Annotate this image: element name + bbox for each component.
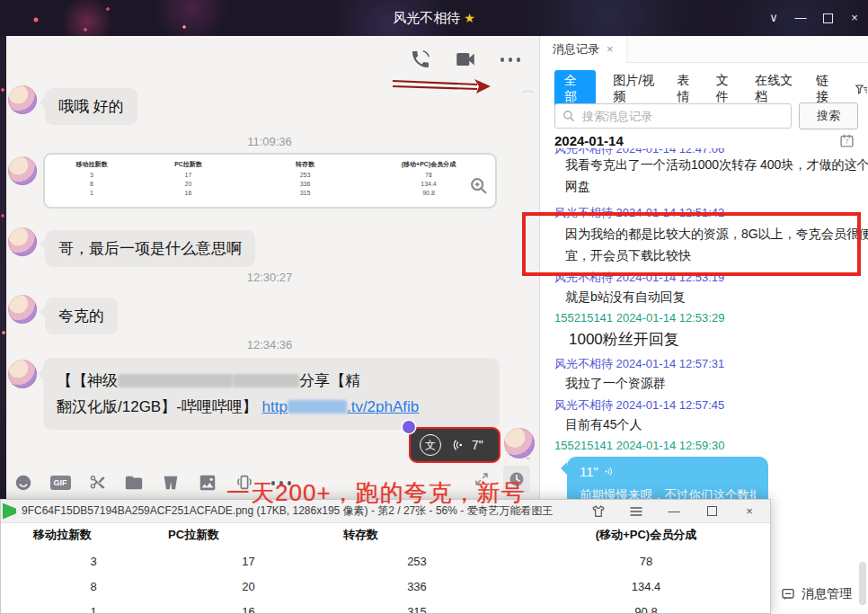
voice-duration: 7" <box>472 438 483 452</box>
redaction-blur <box>233 374 299 387</box>
history-item-header: 风光不相待 2024-01-14 12:57:31 <box>554 356 724 372</box>
maximize-icon <box>707 506 717 516</box>
avatar[interactable] <box>8 156 37 185</box>
message-manager-button[interactable]: 消息管理 <box>781 586 852 602</box>
message-history-button[interactable] <box>503 466 530 493</box>
viewer-title: 9FC64F15DB57194BA259ACF251ACFADE.png (17… <box>22 503 580 519</box>
gif-button[interactable]: GIF <box>48 470 73 495</box>
video-camera-icon <box>454 48 477 71</box>
window-titlebar: 风光不相待 ★ ∨ — × <box>0 0 868 36</box>
toolbar-more-button[interactable] <box>269 470 294 495</box>
folder-icon <box>124 473 144 493</box>
minimize-button[interactable]: — <box>787 0 814 36</box>
toolbar-right <box>469 466 530 493</box>
scissors-icon <box>87 473 107 493</box>
chat-message: 夸克的 <box>45 298 118 334</box>
scrollbar-thumb[interactable] <box>859 562 866 605</box>
phone-icon <box>410 49 431 70</box>
avatar[interactable] <box>8 85 37 114</box>
maximize-button[interactable] <box>814 0 841 36</box>
filter-emoji[interactable]: 表情 <box>677 73 698 105</box>
history-message: 因为我给的都是比较大的资源，8G以上，夸克会员很便 <box>565 227 868 243</box>
chat-input-toolbar: GIF <box>0 466 539 500</box>
viewer-minimize-button[interactable]: — <box>655 501 693 522</box>
history-message: 1000粉丝开回复 <box>569 329 679 350</box>
history-message: 目前有45个人 <box>565 417 642 433</box>
video-call-button[interactable] <box>453 47 478 72</box>
hamburger-menu-icon <box>629 505 643 518</box>
translate-icon[interactable]: 文 <box>420 434 441 456</box>
history-item-header: 风光不相待 2024-01-14 12:51:42 <box>554 205 724 221</box>
viewer-menu-button[interactable] <box>617 501 655 522</box>
message-link[interactable]: http.tv/2phAfib <box>262 398 420 415</box>
history-date-row: 2024-01-14 7 <box>554 133 855 148</box>
more-button[interactable] <box>498 47 523 72</box>
date-label: 2024-01-14 <box>554 133 624 148</box>
calendar-icon[interactable]: 7 <box>839 133 855 148</box>
message-timestamp: 11:09:36 <box>0 135 539 148</box>
history-message: 我拉了一个资源群 <box>565 376 666 392</box>
viewer-app-icon <box>3 503 16 520</box>
close-button[interactable]: × <box>841 0 868 36</box>
viewer-maximize-button[interactable] <box>693 501 731 522</box>
history-item-header: 风光不相待 2024-01-14 12:57:45 <box>554 397 724 414</box>
capture-button[interactable] <box>158 470 183 495</box>
call-toolbar <box>408 47 523 72</box>
viewer-titlebar[interactable]: 9FC64F15DB57194BA259ACF251ACFADE.png (17… <box>1 500 770 523</box>
background-edge <box>0 36 6 499</box>
filter-funnel-icon[interactable] <box>855 82 868 97</box>
history-message: 我看夸克出了一个活动1000次转存 400块，才做的这个 <box>565 157 868 174</box>
chevron-down-icon: ⌄ <box>524 453 532 461</box>
file-button[interactable] <box>121 470 146 495</box>
filter-links[interactable]: 链接 <box>816 73 837 105</box>
smiley-icon <box>13 473 33 493</box>
voice-call-button[interactable] <box>408 47 433 72</box>
history-message: 网盘 <box>565 179 590 195</box>
shake-phone-icon <box>235 473 254 493</box>
voice-duration: 11" <box>580 464 598 479</box>
image-viewer-window: 9FC64F15DB57194BA259ACF251ACFADE.png (17… <box>0 499 771 614</box>
more-icon <box>271 481 275 485</box>
collapse-chevron-icon[interactable]: ︿ <box>523 85 534 96</box>
shirt-icon <box>591 504 606 519</box>
tab-message-history[interactable]: 消息记录 × <box>540 36 627 63</box>
redaction-blur <box>118 374 233 387</box>
voice-message-bubble[interactable]: 文 7" <box>409 427 500 463</box>
message-manager-icon <box>781 587 795 601</box>
send-image-button[interactable] <box>195 470 220 495</box>
skin-button[interactable] <box>580 501 617 522</box>
search-button[interactable]: 搜索 <box>799 102 858 129</box>
tab-close-icon[interactable]: × <box>607 42 614 56</box>
image-message-table-thumbnail[interactable]: 移动拉新数 PC拉新数 转存数 (移动+PC)会员分成 31725378 820… <box>43 153 497 209</box>
history-search: 搜索 <box>554 102 858 129</box>
avatar[interactable] <box>8 295 37 324</box>
redaction-blur <box>288 400 347 414</box>
history-tabbar: 消息记录 × <box>540 36 868 63</box>
message-timestamp: 12:34:36 <box>0 338 539 351</box>
filter-images-video[interactable]: 图片/视频 <box>613 73 660 105</box>
magnifier-icon[interactable] <box>469 176 489 196</box>
star-icon: ★ <box>464 11 475 25</box>
history-item-header: 风光不相待 2024-01-14 12:53:19 <box>554 270 724 286</box>
history-item-header: 155215141 2024-01-14 12:59:30 <box>554 439 724 452</box>
clock-icon <box>508 470 526 488</box>
chat-message: 哥，最后一项是什么意思啊 <box>45 230 255 267</box>
filter-online-docs[interactable]: 在线文档 <box>755 73 799 105</box>
avatar[interactable] <box>8 360 37 388</box>
expand-chat-button[interactable] <box>469 467 494 492</box>
search-input[interactable] <box>580 109 784 124</box>
history-item-header: 155215141 2024-01-14 12:53:29 <box>554 311 724 325</box>
viewer-close-button[interactable]: × <box>731 501 768 522</box>
avatar[interactable] <box>8 227 37 256</box>
search-box[interactable] <box>554 103 792 129</box>
window-controls: ∨ — × <box>760 0 868 36</box>
emoji-button[interactable] <box>11 470 36 495</box>
chat-message: 哦哦 好的 <box>45 88 137 125</box>
screenshot-button[interactable] <box>84 470 110 495</box>
window-shake-button[interactable] <box>232 470 257 495</box>
window-dropdown-button[interactable]: ∨ <box>760 0 787 36</box>
filter-files[interactable]: 文件 <box>716 73 738 105</box>
window-title: 风光不相待 ★ <box>0 0 868 36</box>
message-timestamp: 12:30:27 <box>0 271 539 284</box>
viewer-image-area[interactable]: 移动拉新数 PC拉新数 转存数 (移动+PC)会员分成 31725378 820… <box>1 523 770 613</box>
